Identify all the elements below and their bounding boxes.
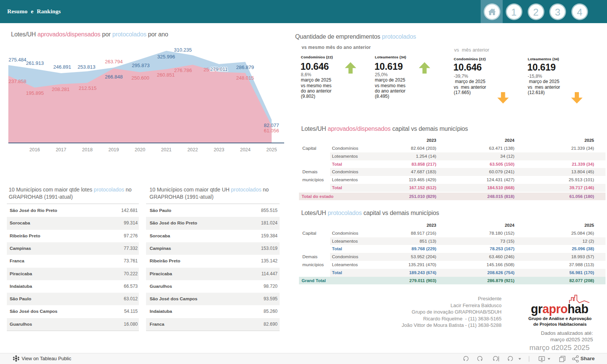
svg-text:261.913: 261.913 [26, 60, 44, 66]
svg-text:246.891: 246.891 [53, 64, 71, 70]
svg-text:260.851: 260.851 [157, 72, 175, 78]
svg-text:208.281: 208.281 [52, 86, 70, 92]
svg-text:325.996: 325.996 [157, 54, 175, 60]
svg-text:2020: 2020 [135, 147, 145, 152]
svg-text:2023: 2023 [214, 147, 224, 152]
svg-text:276.786: 276.786 [174, 67, 192, 73]
svg-text:2018: 2018 [82, 147, 93, 152]
svg-text:212.515: 212.515 [79, 85, 97, 91]
svg-text:279.011: 279.011 [210, 66, 228, 72]
svg-text:2025: 2025 [266, 147, 277, 152]
svg-text:195.895: 195.895 [26, 90, 44, 96]
svg-text:237.858: 237.858 [9, 78, 27, 84]
svg-text:2024: 2024 [240, 147, 251, 152]
svg-text:82.077: 82.077 [264, 122, 279, 128]
svg-text:2019: 2019 [109, 147, 119, 152]
svg-text:2022: 2022 [187, 147, 198, 152]
svg-text:248.015: 248.015 [236, 75, 254, 81]
svg-text:275.484: 275.484 [9, 57, 27, 63]
svg-text:2016: 2016 [29, 147, 40, 152]
svg-text:2017: 2017 [56, 147, 66, 152]
svg-text:266.848: 266.848 [105, 74, 123, 80]
svg-text:295.873: 295.873 [132, 63, 150, 68]
svg-text:2021: 2021 [161, 147, 171, 152]
svg-text:253.813: 253.813 [78, 64, 96, 70]
svg-text:250.600: 250.600 [132, 75, 149, 81]
svg-text:263.794: 263.794 [105, 59, 123, 64]
svg-text:61.056: 61.056 [264, 128, 279, 133]
svg-text:310.235: 310.235 [174, 47, 192, 53]
svg-text:286.879: 286.879 [236, 64, 254, 70]
